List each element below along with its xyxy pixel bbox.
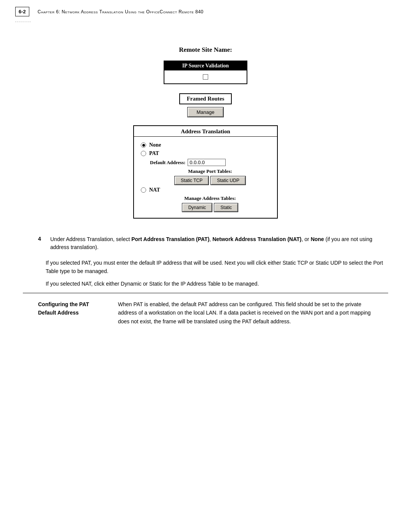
port-table-buttons: Static TCP Static UDP [150,176,270,185]
radio-none-label: None [149,142,161,148]
ip-source-validation-box: IP Source Validation [164,61,247,84]
header-dots: ........ [15,18,204,23]
step4-text-mid2: , or [301,236,311,242]
remote-site-section: Remote Site Name: IP Source Validation F… [23,46,388,228]
address-translation-section: Address Translation None PAT [133,125,278,219]
chapter-title: Chapter 6: Network Address Translation U… [38,9,204,14]
step4-number: 4 [38,235,46,251]
at-body: None PAT Default Address: [134,137,277,218]
ip-source-checkbox[interactable] [203,74,208,80]
pat-indent-section: Default Address: Manage Port Tables: Sta… [150,159,270,185]
header-bar: 6-2 Chapter 6: Network Address Translati… [0,0,411,27]
framed-routes-section: Framed Routes Manage [179,93,232,117]
radio-pat-row[interactable]: PAT [141,150,270,157]
radio-nat-row[interactable]: NAT [141,187,270,193]
static-tcp-button[interactable]: Static TCP [175,176,209,185]
remote-site-label: Remote Site Name: [179,46,232,54]
step4-item: 4 Under Address Translation, select Port… [38,235,388,251]
radio-pat-label: PAT [149,150,159,157]
step4-bold2: Network Address Translation (NAT) [212,236,301,242]
static-button[interactable]: Static [214,203,238,212]
chapter-number: 6-2 [15,7,29,16]
default-address-row: Default Address: [150,159,270,166]
step4-text: Under Address Translation, select Port A… [50,235,388,251]
para1: If you selected PAT, you must enter the … [23,259,388,275]
static-udp-button[interactable]: Static UDP [211,176,245,185]
configuring-line2: Default Address [38,308,107,317]
para2: If you selected NAT, click either Dynami… [23,280,388,288]
manage-port-tables-label: Manage Port Tables: [150,168,270,174]
framed-routes-manage-button[interactable]: Manage [188,107,224,117]
bottom-right: When PAT is enabled, the default PAT add… [118,300,373,326]
framed-routes-title: Framed Routes [179,93,232,104]
radio-none[interactable] [141,142,146,148]
radio-none-row[interactable]: None [141,142,270,148]
manage-address-tables-label: Manage Address Tables: [150,195,270,201]
radio-nat[interactable] [141,187,146,193]
radio-nat-label: NAT [149,187,160,193]
default-address-input[interactable] [188,159,226,166]
ip-source-title: IP Source Validation [164,61,247,70]
step4-text-mid: , [209,236,212,242]
ip-source-checkbox-row [164,70,247,83]
default-address-label: Default Address: [150,160,185,166]
bottom-left: Configuring the PAT Default Address [38,300,107,326]
dynamic-button[interactable]: Dynamic [182,203,212,212]
step4-section: 4 Under Address Translation, select Port… [23,235,388,251]
main-content: Remote Site Name: IP Source Validation F… [0,27,411,341]
page-container: 6-2 Chapter 6: Network Address Translati… [0,0,411,532]
radio-pat[interactable] [141,151,146,156]
configuring-line1: Configuring the PAT [38,300,107,308]
address-translation-box: Address Translation None PAT [133,125,278,219]
nat-indent-section: Manage Address Tables: Dynamic Static [150,195,270,212]
address-table-buttons: Dynamic Static [150,203,270,212]
bottom-section: Configuring the PAT Default Address When… [23,293,388,326]
step4-text-before: Under Address Translation, select [50,236,131,242]
step4-bold1: Port Address Translation (PAT) [131,236,209,242]
address-translation-title: Address Translation [134,126,277,137]
step4-bold3: None [311,236,324,242]
